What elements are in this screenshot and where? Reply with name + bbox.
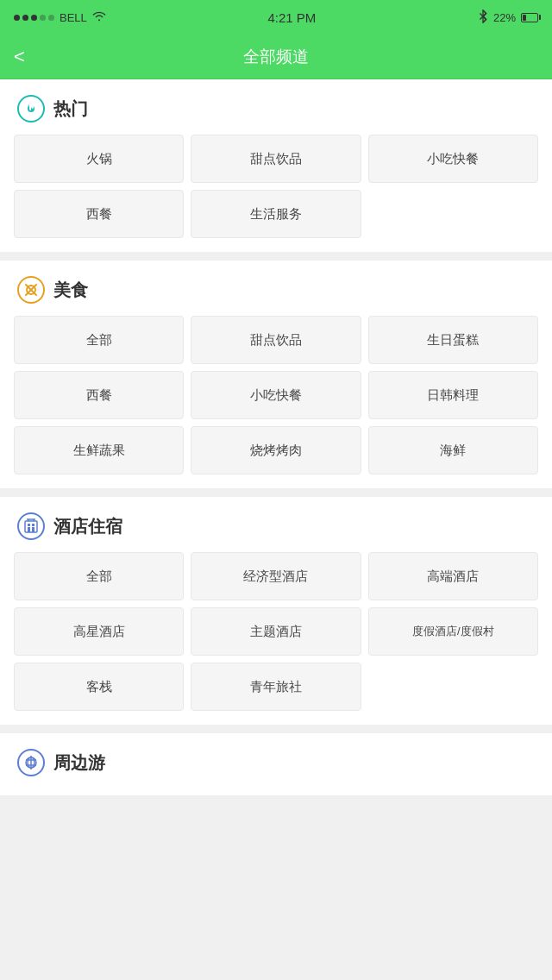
bluetooth-icon bbox=[478, 9, 488, 26]
svg-rect-10 bbox=[32, 527, 34, 532]
hotel-item-2[interactable]: 高端酒店 bbox=[368, 552, 538, 600]
hotel-icon bbox=[17, 512, 45, 540]
section-hotel-title: 酒店住宿 bbox=[53, 515, 122, 538]
hotel-item-0[interactable]: 全部 bbox=[14, 552, 184, 600]
status-time: 4:21 PM bbox=[267, 10, 316, 25]
hotel-grid: 全部 经济型酒店 高端酒店 高星酒店 主题酒店 度假酒店/度假村 客栈 青年旅社 bbox=[0, 552, 552, 711]
section-travel-title: 周边游 bbox=[53, 751, 105, 775]
svg-point-7 bbox=[18, 513, 44, 539]
svg-rect-12 bbox=[32, 524, 34, 526]
section-hotel-header: 酒店住宿 bbox=[0, 497, 552, 552]
hot-item-3[interactable]: 西餐 bbox=[14, 190, 184, 238]
signal-dots bbox=[14, 15, 54, 21]
hotel-item-7[interactable]: 青年旅社 bbox=[191, 663, 361, 711]
svg-point-2 bbox=[18, 96, 44, 122]
nav-title: 全部频道 bbox=[243, 46, 309, 68]
back-button[interactable]: < bbox=[14, 46, 25, 68]
food-icon bbox=[17, 276, 45, 304]
carrier-label: BELL bbox=[60, 11, 87, 24]
food-item-2[interactable]: 生日蛋糕 bbox=[368, 316, 538, 364]
food-item-8[interactable]: 海鲜 bbox=[368, 426, 538, 474]
hotel-item-4[interactable]: 主题酒店 bbox=[191, 607, 361, 656]
section-food-title: 美食 bbox=[53, 279, 88, 302]
hot-item-1[interactable]: 甜点饮品 bbox=[191, 135, 361, 183]
section-food-header: 美食 bbox=[0, 261, 552, 316]
travel-icon bbox=[17, 749, 45, 776]
section-hotel: 酒店住宿 全部 经济型酒店 高端酒店 高星酒店 主题酒店 度假酒店/度假村 客栈… bbox=[0, 497, 552, 725]
hotel-item-3[interactable]: 高星酒店 bbox=[14, 607, 184, 656]
food-item-0[interactable]: 全部 bbox=[14, 316, 184, 364]
nav-bar: < 全部频道 bbox=[0, 35, 552, 79]
hot-item-0[interactable]: 火锅 bbox=[14, 135, 184, 183]
food-item-5[interactable]: 日韩料理 bbox=[368, 371, 538, 419]
section-hot-header: 热门 bbox=[0, 79, 552, 135]
hot-icon bbox=[17, 95, 45, 122]
hotel-item-6[interactable]: 客栈 bbox=[14, 663, 184, 711]
food-item-1[interactable]: 甜点饮品 bbox=[191, 316, 361, 364]
battery-icon bbox=[521, 13, 538, 22]
section-hot: 热门 火锅 甜点饮品 小吃快餐 西餐 生活服务 bbox=[0, 79, 552, 252]
section-hot-title: 热门 bbox=[53, 97, 88, 121]
content: 热门 火锅 甜点饮品 小吃快餐 西餐 生活服务 美食 全部 甜点饮品 bbox=[0, 79, 552, 795]
hotel-item-1[interactable]: 经济型酒店 bbox=[191, 552, 361, 600]
hotel-item-5[interactable]: 度假酒店/度假村 bbox=[368, 607, 538, 656]
svg-rect-9 bbox=[28, 527, 30, 532]
section-travel: 周边游 bbox=[0, 733, 552, 795]
food-item-6[interactable]: 生鲜蔬果 bbox=[14, 426, 184, 474]
food-grid: 全部 甜点饮品 生日蛋糕 西餐 小吃快餐 日韩料理 生鲜蔬果 烧烤烤肉 海鲜 bbox=[0, 316, 552, 474]
food-item-4[interactable]: 小吃快餐 bbox=[191, 371, 361, 419]
battery-percent: 22% bbox=[493, 11, 516, 24]
status-right: 22% bbox=[478, 9, 538, 26]
section-travel-header: 周边游 bbox=[0, 733, 552, 788]
food-item-3[interactable]: 西餐 bbox=[14, 371, 184, 419]
hot-grid: 火锅 甜点饮品 小吃快餐 西餐 生活服务 bbox=[0, 135, 552, 238]
food-item-7[interactable]: 烧烤烤肉 bbox=[191, 426, 361, 474]
hot-item-4[interactable]: 生活服务 bbox=[191, 190, 361, 238]
section-food: 美食 全部 甜点饮品 生日蛋糕 西餐 小吃快餐 日韩料理 生鲜蔬果 烧烤烤肉 海… bbox=[0, 261, 552, 488]
svg-rect-8 bbox=[25, 521, 37, 532]
status-bar: BELL 4:21 PM 22% bbox=[0, 0, 552, 35]
wifi-icon bbox=[92, 10, 106, 25]
hot-item-2[interactable]: 小吃快餐 bbox=[368, 135, 538, 183]
status-left: BELL bbox=[14, 10, 106, 25]
svg-rect-11 bbox=[28, 524, 30, 526]
